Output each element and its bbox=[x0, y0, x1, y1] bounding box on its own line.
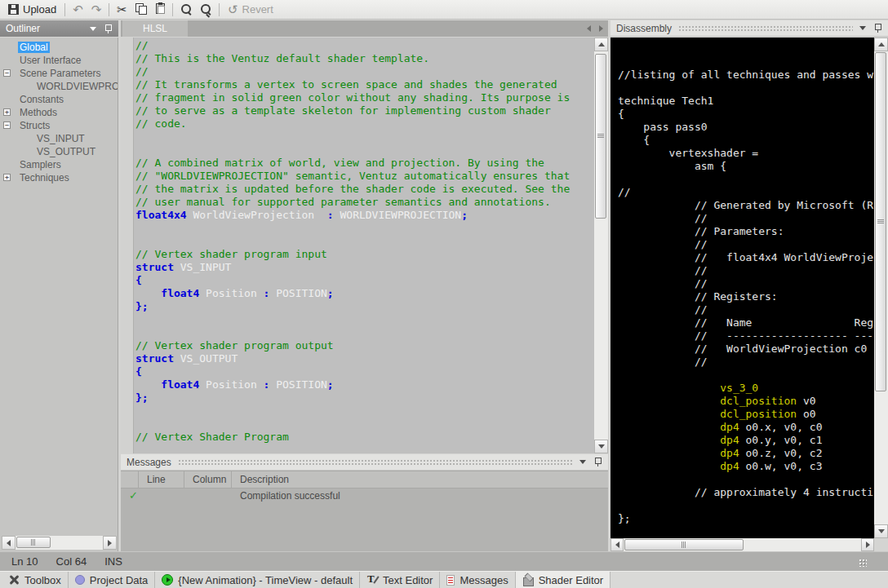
cut-icon[interactable]: ✂ bbox=[113, 3, 131, 15]
chevron-down-icon[interactable] bbox=[579, 460, 586, 464]
code-editor[interactable]: //// This is the Ventuz default shader t… bbox=[121, 38, 608, 453]
taskbar-item-text-editor[interactable]: Text Editor bbox=[360, 572, 440, 588]
code-line: float4x4 WorldViewProjection : WORLDVIEW… bbox=[135, 209, 593, 222]
search-icon[interactable] bbox=[176, 3, 196, 16]
taskbar-item-new-animation-timeview-default[interactable]: {New Animation} - TimeView - default bbox=[155, 572, 360, 588]
taskbar-item-shader-editor[interactable]: Shader Editor bbox=[516, 572, 611, 588]
code-line: // bbox=[135, 39, 593, 52]
horizontal-splitter[interactable] bbox=[121, 453, 608, 454]
expand-icon[interactable]: + bbox=[3, 108, 11, 116]
scroll-thumb[interactable] bbox=[595, 54, 606, 219]
code-line: // A combined matrix of world, view and … bbox=[135, 157, 593, 170]
code-line bbox=[135, 418, 593, 431]
disassembly-line: { bbox=[618, 108, 874, 121]
tree-item-user-interface[interactable]: User Interface bbox=[0, 54, 118, 67]
undo-icon[interactable]: ↶ bbox=[69, 3, 87, 15]
code-line: // fragment in solid green color without… bbox=[135, 91, 593, 104]
outliner-hscrollbar[interactable] bbox=[2, 536, 117, 550]
disassembly-line: // bbox=[618, 212, 874, 225]
column-header-column[interactable]: Column bbox=[184, 471, 232, 488]
tree-item-methods[interactable]: +Methods bbox=[0, 106, 118, 119]
tree-item-vs-output[interactable]: VS_OUTPUT bbox=[0, 145, 118, 158]
expand-icon[interactable]: + bbox=[3, 174, 11, 181]
disassembly-line: pass pass0 bbox=[618, 121, 874, 134]
pin-icon[interactable] bbox=[594, 457, 602, 467]
scroll-up-button[interactable] bbox=[874, 38, 888, 51]
taskbar-item-project-data[interactable]: Project Data bbox=[69, 572, 156, 588]
scroll-thumb[interactable] bbox=[16, 537, 51, 548]
disassembly-header: Disassembly bbox=[610, 20, 888, 37]
disassembly-line: // bbox=[618, 238, 874, 251]
disassembly-line bbox=[618, 55, 874, 69]
collapse-icon[interactable]: − bbox=[3, 122, 11, 129]
editor-vscrollbar[interactable] bbox=[594, 38, 608, 453]
scroll-left-button[interactable] bbox=[2, 536, 16, 550]
vertical-splitter[interactable] bbox=[118, 20, 121, 551]
vertical-splitter[interactable] bbox=[608, 20, 610, 551]
scroll-right-button[interactable] bbox=[103, 536, 117, 550]
disassembly-line: dcl_position v0 bbox=[618, 395, 874, 408]
taskbar-item-label: {New Animation} - TimeView - default bbox=[178, 574, 353, 586]
disassembly-hscrollbar[interactable] bbox=[610, 538, 874, 551]
pin-icon[interactable] bbox=[874, 23, 881, 33]
column-header-line[interactable]: Line bbox=[139, 471, 184, 488]
revert-button[interactable]: ↺ Revert bbox=[223, 2, 278, 17]
tree-item-samplers[interactable]: Samplers bbox=[0, 158, 118, 171]
disassembly-vscrollbar[interactable] bbox=[874, 38, 888, 538]
disassembly-line: // float4x4 WorldViewProjection bbox=[618, 251, 874, 264]
tree-item-global[interactable]: Global bbox=[0, 41, 118, 54]
tree-item-worldviewprojection[interactable]: WORLDVIEWPROJECTION bbox=[0, 80, 118, 93]
resize-grip[interactable] bbox=[859, 559, 867, 567]
tree-item-vs-input[interactable]: VS_INPUT bbox=[0, 132, 118, 145]
message-description: Compilation successful bbox=[232, 490, 608, 502]
scroll-down-button[interactable] bbox=[874, 524, 888, 538]
tab-hlsl[interactable]: HLSL bbox=[122, 20, 188, 37]
disassembly-line: dp4 o0.w, v0, c3 bbox=[618, 460, 874, 473]
window-taskbar: ToolboxProject Data{New Animation} - Tim… bbox=[0, 571, 888, 588]
redo-icon[interactable]: ↷ bbox=[87, 3, 106, 15]
scroll-thumb[interactable] bbox=[875, 52, 886, 391]
toolbar-separator bbox=[109, 3, 109, 16]
tab-scroll-right-icon[interactable] bbox=[599, 25, 603, 32]
collapse-icon[interactable]: − bbox=[3, 69, 11, 77]
disassembly-line: { bbox=[618, 134, 874, 147]
pin-icon[interactable] bbox=[104, 24, 112, 34]
code-line bbox=[135, 222, 593, 235]
scroll-down-button[interactable] bbox=[594, 440, 608, 453]
tree-item-techniques[interactable]: +Techniques bbox=[0, 171, 118, 184]
disassembly-line: // Parameters: bbox=[618, 225, 874, 238]
code-line: float4 Position : POSITION; bbox=[135, 287, 593, 300]
magnifier-glyph bbox=[180, 3, 192, 15]
tree-item-constants[interactable]: Constants bbox=[0, 93, 118, 106]
scroll-thumb[interactable] bbox=[624, 539, 744, 550]
outliner-header: Outliner bbox=[0, 20, 118, 37]
tree-item-scene-parameters[interactable]: −Scene Parameters bbox=[0, 67, 118, 80]
scroll-right-button[interactable] bbox=[861, 538, 874, 551]
message-row[interactable]: ✓Compilation successful bbox=[121, 489, 608, 502]
taskbar-item-toolbox[interactable]: Toolbox bbox=[2, 572, 69, 588]
column-header-icon[interactable] bbox=[121, 471, 139, 488]
disassembly-line: // approximately 4 instructi bbox=[618, 486, 874, 499]
code-line: struct VS_INPUT bbox=[135, 261, 593, 274]
taskbar-item-messages[interactable]: Messages bbox=[440, 572, 515, 588]
column-header-description[interactable]: Description bbox=[232, 471, 608, 488]
scroll-down-icon bbox=[878, 529, 885, 533]
tab-hlsl-label: HLSL bbox=[143, 23, 167, 34]
code-line bbox=[135, 326, 593, 339]
scroll-up-button[interactable] bbox=[594, 38, 608, 51]
taskbar-item-label: Toolbox bbox=[24, 574, 61, 586]
disassembly-line: // Generated by Microsoft (R bbox=[618, 199, 874, 212]
tab-scroll-left-icon[interactable] bbox=[587, 25, 591, 32]
chevron-down-icon[interactable] bbox=[859, 26, 866, 30]
chevron-down-icon[interactable] bbox=[90, 27, 96, 31]
paste-icon[interactable] bbox=[150, 3, 169, 15]
upload-button[interactable]: Upload bbox=[3, 2, 61, 17]
tree-item-structs[interactable]: −Structs bbox=[0, 119, 118, 132]
tree-item-label: WORLDVIEWPROJECTION bbox=[35, 81, 118, 92]
scroll-left-button[interactable] bbox=[610, 538, 624, 551]
copy-icon[interactable] bbox=[131, 3, 150, 15]
circle-green-icon bbox=[162, 574, 173, 586]
code-line: // user manual for supported parameter s… bbox=[135, 196, 593, 209]
tree-item-label: Methods bbox=[18, 107, 59, 118]
search-replace-icon[interactable] bbox=[196, 3, 215, 16]
